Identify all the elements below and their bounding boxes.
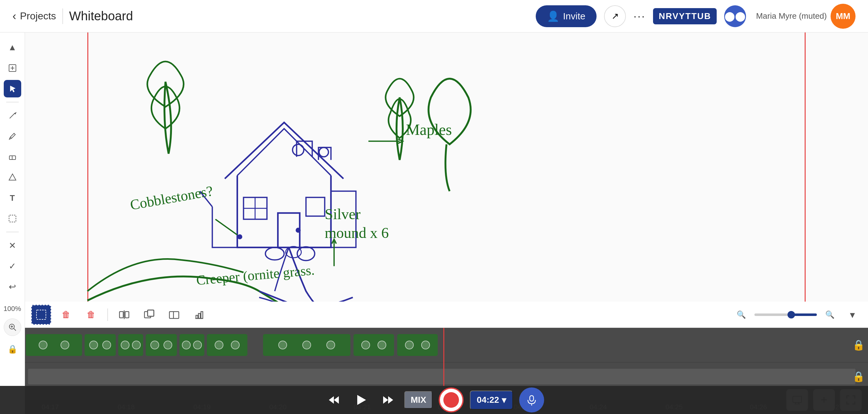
group-icon: ⬤⬤ (724, 10, 746, 22)
play-button[interactable] (350, 389, 372, 411)
tool-check[interactable]: ✓ (4, 257, 21, 275)
clip-2[interactable] (85, 334, 116, 356)
timeline-toolbar: 🗑 🗑 (25, 302, 868, 328)
user-tag[interactable]: NRVYTTUB (653, 8, 717, 24)
clip-8[interactable] (353, 334, 394, 356)
svg-text:Creeper (ornite grass.: Creeper (ornite grass. (196, 263, 315, 288)
tool-lock-camera[interactable]: 🔒 (4, 340, 21, 358)
time-display-button[interactable]: 04:22 ▾ (470, 391, 513, 410)
clip-handle (215, 341, 223, 349)
tool-scroll-up[interactable]: ▲ (4, 39, 21, 56)
user-mm-avatar[interactable]: MM (831, 4, 856, 29)
fast-forward-button[interactable] (378, 390, 398, 410)
rewind-button[interactable] (324, 390, 344, 410)
track-lock-icon[interactable]: 🔒 (852, 339, 865, 351)
svg-rect-34 (169, 312, 179, 319)
track-row-1: 🔒 (25, 328, 868, 362)
back-button[interactable]: ‹ Projects (12, 10, 56, 23)
svg-marker-43 (383, 396, 388, 404)
clip-handle (327, 341, 335, 349)
canvas-area: Maples Cobblestones? Silver mound x 6 Cr… (25, 32, 868, 414)
collapse-timeline-button[interactable]: ▾ (843, 305, 862, 324)
nav-divider (62, 8, 63, 24)
clip-handle (361, 341, 370, 349)
zoom-out-timeline[interactable]: 🔍 (731, 305, 751, 325)
share-icon: ↗ (612, 11, 619, 21)
person-icon: 👤 (547, 10, 559, 22)
svg-point-23 (238, 234, 242, 239)
tool-shapes[interactable] (4, 169, 21, 186)
clip-handle (61, 341, 69, 349)
clip-handle (231, 341, 240, 349)
svg-rect-39 (201, 312, 203, 319)
tool-undo[interactable]: ↩ (4, 278, 21, 295)
more-options-button[interactable]: ··· (633, 10, 646, 23)
clip-handle (163, 341, 172, 349)
nav-right: 👤 Invite ↗ ··· NRVYTTUB ⬤⬤ Maria Myre (m… (536, 4, 856, 29)
svg-point-15 (296, 228, 301, 233)
tl-select-clip-button[interactable] (31, 305, 51, 325)
zoom-in-timeline[interactable]: 🔍 (820, 305, 840, 325)
svg-text:Maples: Maples (406, 121, 452, 138)
svg-marker-7 (9, 174, 16, 180)
svg-point-14 (319, 147, 329, 157)
user-avatar-group[interactable]: ⬤⬤ (724, 5, 746, 27)
svg-rect-37 (196, 315, 198, 319)
clip-handle (121, 341, 129, 349)
left-toolbar: ▲ T (0, 32, 25, 414)
clip-3[interactable] (118, 334, 143, 356)
svg-rect-27 (36, 310, 46, 319)
tool-close[interactable]: ✕ (4, 237, 21, 254)
svg-text:Cobblestones?: Cobblestones? (129, 183, 214, 213)
clip-7[interactable] (263, 334, 350, 356)
tool-select[interactable] (4, 80, 21, 97)
clip-handle (193, 341, 202, 349)
svg-line-10 (14, 328, 16, 331)
invite-button[interactable]: 👤 Invite (536, 5, 597, 27)
record-inner-dot (443, 392, 459, 408)
clip-9[interactable] (397, 334, 438, 356)
clip-1[interactable] (26, 334, 82, 356)
svg-rect-32 (148, 310, 154, 316)
mix-button[interactable]: MIX (404, 391, 432, 409)
clip-handle (132, 341, 141, 349)
tl-delete-button[interactable]: 🗑 (56, 305, 76, 325)
tl-mask-button[interactable] (164, 305, 184, 325)
svg-marker-41 (334, 396, 339, 404)
svg-rect-38 (198, 314, 200, 319)
back-chevron-icon: ‹ (12, 10, 16, 23)
projects-label: Projects (20, 10, 56, 22)
svg-point-18 (266, 247, 284, 260)
svg-line-4 (10, 137, 11, 138)
zoom-in-button[interactable] (4, 319, 21, 336)
tool-eraser[interactable] (4, 148, 21, 166)
clip-handle (302, 341, 311, 349)
svg-text:Silver: Silver (325, 206, 361, 222)
tool-text[interactable]: T (4, 189, 21, 207)
top-nav: ‹ Projects Whiteboard 👤 Invite ↗ ··· NRV… (0, 0, 868, 32)
tool-pen[interactable] (4, 107, 21, 124)
tool-separator (6, 102, 19, 102)
mic-button[interactable] (519, 387, 544, 412)
clip-4[interactable] (146, 334, 177, 356)
clip-handle (39, 341, 48, 349)
svg-marker-40 (329, 396, 334, 404)
track-2-lock-icon[interactable]: 🔒 (852, 371, 865, 382)
share-button[interactable]: ↗ (604, 5, 626, 27)
svg-marker-42 (357, 395, 366, 405)
tool-selection-box[interactable] (4, 210, 21, 227)
tl-sep-1 (107, 308, 108, 321)
tl-delete-alt-button[interactable]: 🗑 (81, 305, 101, 325)
zoom-slider[interactable] (754, 314, 817, 316)
svg-point-20 (297, 247, 315, 260)
tool-add-frame[interactable] (4, 59, 21, 77)
clip-6[interactable] (207, 334, 247, 356)
tl-duplicate-button[interactable] (139, 305, 159, 325)
clip-handle (182, 341, 191, 349)
zoom-level-label: 100% (3, 305, 21, 313)
tl-split-button[interactable] (114, 305, 134, 325)
record-button[interactable] (439, 387, 464, 412)
tool-pencil[interactable] (4, 127, 21, 145)
tl-chart-button[interactable] (189, 305, 209, 325)
clip-5[interactable] (179, 334, 204, 356)
